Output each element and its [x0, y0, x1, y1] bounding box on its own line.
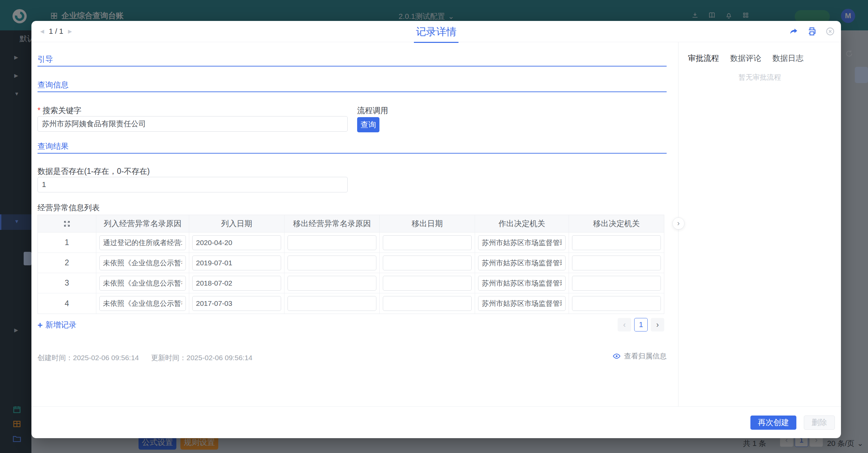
column-header: 移出日期 — [380, 215, 475, 233]
process-call-label: 流程调用 — [357, 105, 388, 116]
cell-in-reason[interactable] — [99, 296, 186, 311]
share-icon[interactable] — [789, 27, 798, 36]
modal-header: ◀ 1 / 1 ▶ 记录详情 — [31, 21, 841, 42]
row-index: 2 — [38, 253, 96, 273]
section-query-result[interactable]: 查询结果 — [38, 142, 667, 154]
record-pager: ◀ 1 / 1 ▶ — [40, 21, 72, 42]
subform-title: 经营异常信息列表 — [38, 203, 100, 213]
table-row: 4 — [38, 293, 664, 314]
delete-button[interactable]: 删除 — [804, 416, 835, 430]
side-tab-bar: 审批流程 数据评论 数据日志 — [688, 53, 803, 63]
required-asterisk: * — [38, 106, 41, 115]
cell-in-authority[interactable] — [478, 256, 566, 270]
row-index: 4 — [38, 293, 96, 314]
cell-out-authority[interactable] — [572, 296, 661, 311]
cell-out-date[interactable] — [383, 235, 472, 250]
table-expand-cell — [38, 215, 96, 233]
table-row: 2 — [38, 253, 664, 273]
prev-page-button[interactable]: ‹ — [618, 318, 631, 331]
modal-footer: 再次创建 删除 — [31, 406, 841, 438]
exists-field-label: 数据是否存在(1-存在，0-不存在) — [38, 166, 150, 177]
keyword-field-label: *搜索关键字 — [38, 105, 81, 116]
next-record-icon[interactable]: ▶ — [68, 28, 72, 34]
expand-icon[interactable] — [63, 220, 71, 228]
modal-toolbar — [789, 27, 835, 36]
cell-in-date[interactable] — [192, 256, 281, 270]
table-header-row: 列入经营异常名录原因 列入日期 移出经营异常名录原因 移出日期 作出决定机关 移… — [38, 215, 664, 233]
add-record-button[interactable]: + 新增记录 — [38, 320, 76, 330]
created-time: 创建时间：2025-02-06 09:56:14 — [38, 353, 139, 363]
cell-out-reason[interactable] — [288, 276, 376, 291]
table-row: 3 — [38, 273, 664, 293]
column-header: 列入日期 — [189, 215, 284, 233]
column-header: 作出决定机关 — [475, 215, 569, 233]
chevron-right-icon: › — [677, 219, 679, 228]
cell-out-reason[interactable] — [288, 235, 376, 250]
section-guide[interactable]: 引导 — [38, 55, 667, 66]
row-index: 3 — [38, 273, 96, 293]
subform-pagination: ‹ 1 › — [618, 318, 664, 331]
column-header: 移出经营异常名录原因 — [284, 215, 380, 233]
exists-input[interactable] — [38, 177, 348, 192]
record-form-pane: 引导 查询信息 *搜索关键字 流程调用 查询 查询结果 数据是否存在(1-存在，… — [31, 42, 678, 406]
section-query-info[interactable]: 查询信息 — [38, 81, 667, 92]
next-page-button[interactable]: › — [651, 318, 664, 331]
view-owner-label: 查看归属信息 — [624, 351, 667, 361]
tab-approval-flow[interactable]: 审批流程 — [688, 53, 719, 63]
table-row: 1 — [38, 233, 664, 253]
query-button[interactable]: 查询 — [357, 117, 379, 132]
tab-data-logs[interactable]: 数据日志 — [772, 53, 803, 63]
keyword-input[interactable] — [38, 116, 348, 132]
record-meta: 创建时间：2025-02-06 09:56:14 更新时间：2025-02-06… — [38, 353, 252, 363]
modal-title: 记录详情 — [414, 25, 458, 43]
print-icon[interactable] — [807, 27, 817, 36]
cell-out-reason[interactable] — [288, 296, 376, 311]
cell-out-authority[interactable] — [572, 256, 661, 270]
abnormal-info-table: 列入经营异常名录原因 列入日期 移出经营异常名录原因 移出日期 作出决定机关 移… — [38, 215, 664, 314]
cell-in-reason[interactable] — [99, 256, 186, 270]
close-icon[interactable] — [825, 27, 835, 36]
cell-in-authority[interactable] — [478, 296, 566, 311]
column-header: 列入经营异常名录原因 — [96, 215, 189, 233]
column-header: 移出决定机关 — [569, 215, 664, 233]
plus-icon: + — [38, 321, 43, 329]
cell-out-date[interactable] — [383, 296, 472, 311]
current-page[interactable]: 1 — [634, 318, 648, 331]
eye-icon — [613, 352, 621, 360]
tab-data-comments[interactable]: 数据评论 — [730, 53, 761, 63]
recreate-button[interactable]: 再次创建 — [750, 416, 796, 430]
cell-in-date[interactable] — [192, 235, 281, 250]
cell-out-reason[interactable] — [288, 256, 376, 270]
view-owner-link[interactable]: 查看归属信息 — [613, 351, 667, 361]
cell-out-authority[interactable] — [572, 235, 661, 250]
cell-in-reason[interactable] — [99, 235, 186, 250]
cell-out-authority[interactable] — [572, 276, 661, 291]
prev-record-icon[interactable]: ◀ — [40, 28, 44, 34]
updated-time: 更新时间：2025-02-06 09:56:14 — [151, 353, 252, 363]
record-detail-modal: ◀ 1 / 1 ▶ 记录详情 引导 查询信息 *搜索关键字 流程调用 查询 查询… — [31, 21, 841, 438]
cell-in-date[interactable] — [192, 296, 281, 311]
cell-in-authority[interactable] — [478, 276, 566, 291]
cell-out-date[interactable] — [383, 276, 472, 291]
screen: 企业综合查询台账 2.0.1测试配置 ⌄ M ▶ ▶ ▼ ▼ ▶ — [0, 0, 868, 453]
record-pager-text: 1 / 1 — [49, 27, 64, 36]
cell-in-authority[interactable] — [478, 235, 566, 250]
cell-out-date[interactable] — [383, 256, 472, 270]
cell-in-date[interactable] — [192, 276, 281, 291]
row-index: 1 — [38, 233, 96, 253]
record-side-pane: › 审批流程 数据评论 数据日志 暂无审批流程 — [678, 42, 841, 406]
collapse-pane-button[interactable]: › — [672, 217, 685, 230]
empty-state-text: 暂无审批流程 — [678, 73, 841, 82]
cell-in-reason[interactable] — [99, 276, 186, 291]
add-record-label: 新增记录 — [45, 320, 76, 330]
